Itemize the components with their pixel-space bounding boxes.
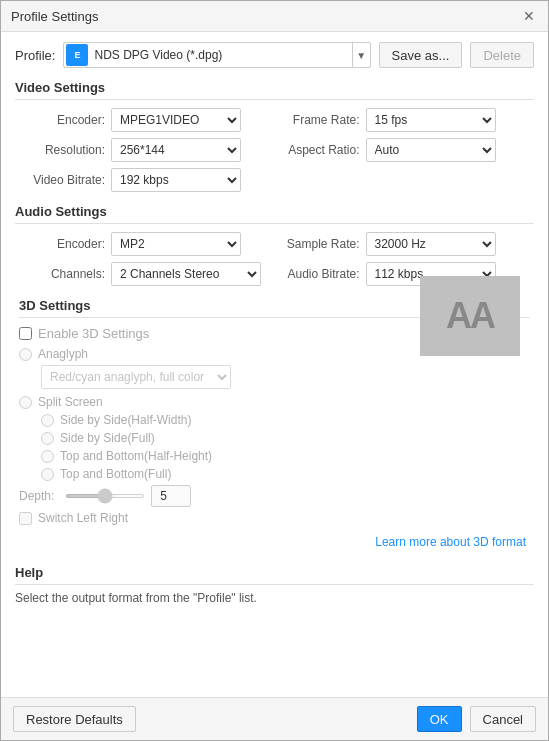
channels-label: Channels: [25,267,105,281]
three-d-preview-box: AA [420,276,520,356]
video-settings-title: Video Settings [15,80,534,100]
depth-slider[interactable] [65,494,145,498]
side-by-side-full-radio[interactable] [41,432,54,445]
channels-select[interactable]: 2 Channels Stereo [111,262,261,286]
audio-settings-title: Audio Settings [15,204,534,224]
video-settings-section: Video Settings Encoder: MPEG1VIDEO Frame… [15,80,534,192]
top-bottom-full-radio[interactable] [41,468,54,481]
side-by-side-half-option: Side by Side(Half-Width) [41,413,420,427]
title-bar: Profile Settings ✕ [1,1,548,32]
depth-label: Depth: [19,489,59,503]
three-d-settings-section: 3D Settings Enable 3D Settings Anaglyph [15,298,534,549]
aspect-ratio-row: Aspect Ratio: Auto [280,138,525,162]
enable-3d-label[interactable]: Enable 3D Settings [38,326,149,341]
profile-icon: E [66,44,88,66]
three-d-container: Enable 3D Settings Anaglyph Red/cyan ana… [19,326,530,531]
switch-left-right-label[interactable]: Switch Left Right [38,511,128,525]
audio-bitrate-label: Audio Bitrate: [280,267,360,281]
depth-row: Depth: [19,485,420,507]
switch-left-right-checkbox[interactable] [19,512,32,525]
video-settings-grid: Encoder: MPEG1VIDEO Frame Rate: 15 fps R… [15,108,534,192]
video-encoder-select[interactable]: MPEG1VIDEO [111,108,241,132]
anaglyph-select-row: Red/cyan anaglyph, full color [41,365,420,389]
video-encoder-label: Encoder: [25,113,105,127]
frame-rate-row: Frame Rate: 15 fps [280,108,525,132]
sample-rate-label: Sample Rate: [280,237,360,251]
video-bitrate-row: Video Bitrate: 192 kbps [25,168,270,192]
learn-more-link[interactable]: Learn more about 3D format [375,535,526,549]
enable-3d-checkbox[interactable] [19,327,32,340]
anaglyph-label[interactable]: Anaglyph [38,347,88,361]
footer: Restore Defaults OK Cancel [1,697,548,740]
ok-button[interactable]: OK [417,706,462,732]
channels-row: Channels: 2 Channels Stereo [25,262,270,286]
learn-more-row: Learn more about 3D format [19,535,530,549]
side-by-side-full-label: Side by Side(Full) [60,431,155,445]
split-screen-label[interactable]: Split Screen [38,395,103,409]
delete-button[interactable]: Delete [470,42,534,68]
sample-rate-row: Sample Rate: 32000 Hz [280,232,525,256]
top-bottom-half-radio[interactable] [41,450,54,463]
side-by-side-half-label: Side by Side(Half-Width) [60,413,191,427]
top-bottom-full-option: Top and Bottom(Full) [41,467,420,481]
top-bottom-half-label: Top and Bottom(Half-Height) [60,449,212,463]
resolution-row: Resolution: 256*144 [25,138,270,162]
anaglyph-type-select[interactable]: Red/cyan anaglyph, full color [41,365,231,389]
help-title: Help [15,565,534,585]
audio-settings-section: Audio Settings Encoder: MP2 Sample Rate:… [15,204,534,286]
frame-rate-label: Frame Rate: [280,113,360,127]
help-section: Help Select the output format from the "… [15,561,534,609]
split-screen-options: Side by Side(Half-Width) Side by Side(Fu… [41,413,420,481]
sample-rate-select[interactable]: 32000 Hz [366,232,496,256]
three-d-preview-text: AA [446,295,494,337]
video-encoder-row: Encoder: MPEG1VIDEO [25,108,270,132]
split-screen-radio[interactable] [19,396,32,409]
aspect-ratio-label: Aspect Ratio: [280,143,360,157]
restore-defaults-button[interactable]: Restore Defaults [13,706,136,732]
main-content: Profile: E NDS DPG Video (*.dpg) ▼ Save … [1,32,548,697]
anaglyph-radio[interactable] [19,348,32,361]
top-bottom-full-label: Top and Bottom(Full) [60,467,171,481]
profile-select[interactable]: E NDS DPG Video (*.dpg) ▼ [63,42,370,68]
profile-label: Profile: [15,48,55,63]
audio-encoder-select[interactable]: MP2 [111,232,241,256]
save-as-button[interactable]: Save as... [379,42,463,68]
depth-value-input[interactable] [151,485,191,507]
profile-dropdown-arrow-icon: ▼ [352,43,370,67]
switch-left-right-row: Switch Left Right [19,511,420,525]
video-bitrate-label: Video Bitrate: [25,173,105,187]
profile-row: Profile: E NDS DPG Video (*.dpg) ▼ Save … [15,42,534,68]
aspect-ratio-select[interactable]: Auto [366,138,496,162]
cancel-button[interactable]: Cancel [470,706,536,732]
audio-encoder-row: Encoder: MP2 [25,232,270,256]
audio-encoder-label: Encoder: [25,237,105,251]
frame-rate-select[interactable]: 15 fps [366,108,496,132]
video-bitrate-select[interactable]: 192 kbps [111,168,241,192]
anaglyph-option: Anaglyph [19,347,420,361]
top-bottom-half-option: Top and Bottom(Half-Height) [41,449,420,463]
three-d-preview-area: AA [420,326,530,531]
help-text: Select the output format from the "Profi… [15,591,534,605]
split-screen-option: Split Screen [19,395,420,409]
profile-select-text: NDS DPG Video (*.dpg) [90,48,351,62]
enable-3d-row: Enable 3D Settings [19,326,420,341]
dialog-title: Profile Settings [11,9,98,24]
side-by-side-half-radio[interactable] [41,414,54,427]
side-by-side-full-option: Side by Side(Full) [41,431,420,445]
close-button[interactable]: ✕ [520,7,538,25]
resolution-select[interactable]: 256*144 [111,138,241,162]
footer-right-buttons: OK Cancel [417,706,536,732]
three-d-left: Enable 3D Settings Anaglyph Red/cyan ana… [19,326,420,531]
resolution-label: Resolution: [25,143,105,157]
